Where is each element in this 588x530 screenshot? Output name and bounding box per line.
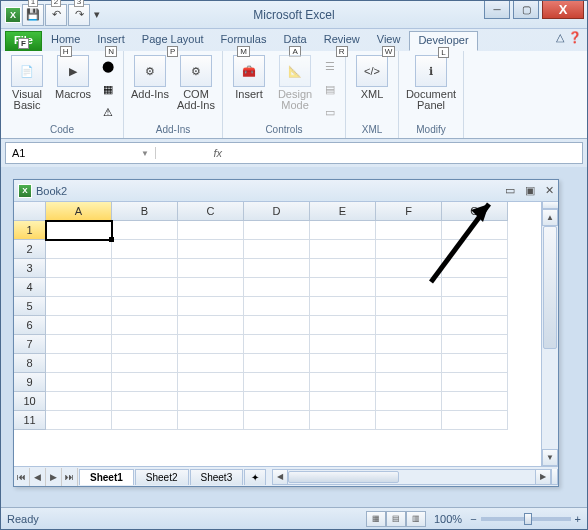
cell[interactable] [310,278,376,297]
cell[interactable] [112,240,178,259]
name-box[interactable]: A1▼ [6,147,156,159]
cell[interactable] [46,354,112,373]
cell[interactable] [442,278,508,297]
qat-redo[interactable]: 3↷ [68,4,90,26]
cell[interactable] [112,221,178,240]
cell[interactable] [442,392,508,411]
tab-data[interactable]: DataA [275,31,314,51]
cell[interactable] [178,354,244,373]
tab-view[interactable]: ViewW [369,31,409,51]
help-icon[interactable]: ❓ [568,31,582,44]
zoom-out-button[interactable]: − [470,513,476,525]
cell[interactable] [244,411,310,430]
scroll-left-icon[interactable]: ◀ [272,469,288,485]
cell-grid[interactable]: ABCDEFG1234567891011 [14,202,541,466]
cell[interactable] [46,259,112,278]
hscroll-track[interactable] [288,469,535,485]
cell[interactable] [46,297,112,316]
cell[interactable] [244,221,310,240]
select-all-corner[interactable] [14,202,46,221]
document-panel-button[interactable]: ℹDocument Panel [403,53,459,111]
cell[interactable] [46,392,112,411]
cell[interactable] [376,373,442,392]
zoom-track[interactable] [481,517,571,521]
relative-ref-icon[interactable]: ▦ [97,78,119,100]
namebox-dropdown-icon[interactable]: ▼ [141,149,149,158]
normal-view-button[interactable]: ▦ [366,511,386,527]
vscroll-thumb[interactable] [543,226,557,349]
ribbon-minimize-icon[interactable]: △ [556,31,564,44]
cell[interactable] [442,316,508,335]
sheet-tab-3[interactable]: Sheet3 [190,469,244,485]
book-minimize-icon[interactable]: ▭ [505,184,515,197]
cell[interactable] [310,297,376,316]
insert-control-button[interactable]: 🧰Insert [227,53,271,100]
first-sheet-button[interactable]: ⏮ [14,468,30,486]
zoom-level[interactable]: 100% [434,513,462,525]
xml-button[interactable]: </>XML [350,53,394,100]
tab-developer[interactable]: DeveloperL [409,31,477,51]
hscroll-thumb[interactable] [288,471,399,483]
cell[interactable] [442,335,508,354]
cell[interactable] [46,240,112,259]
cell[interactable] [442,354,508,373]
addins-button[interactable]: ⚙Add-Ins [128,53,172,100]
cell[interactable] [442,259,508,278]
tab-page-layout[interactable]: Page LayoutP [134,31,212,51]
tab-home[interactable]: HomeH [43,31,88,51]
cell[interactable] [244,354,310,373]
col-header[interactable]: B [112,202,178,221]
cell[interactable] [178,240,244,259]
row-header[interactable]: 10 [14,392,46,411]
cell[interactable] [310,392,376,411]
cell[interactable] [376,278,442,297]
cell[interactable] [376,297,442,316]
cell[interactable] [376,316,442,335]
split-box-top[interactable] [542,202,558,209]
cell[interactable] [376,221,442,240]
visual-basic-button[interactable]: 📄Visual Basic [5,53,49,111]
row-header[interactable]: 2 [14,240,46,259]
scroll-right-icon[interactable]: ▶ [535,469,551,485]
cell[interactable] [310,316,376,335]
split-box-right[interactable] [551,469,558,485]
cell[interactable] [244,297,310,316]
cell[interactable] [376,354,442,373]
last-sheet-button[interactable]: ⏭ [62,468,78,486]
zoom-thumb[interactable] [524,513,532,525]
col-header[interactable]: E [310,202,376,221]
scroll-down-icon[interactable]: ▼ [542,449,558,466]
macros-button[interactable]: ▶Macros [51,53,95,100]
fx-button[interactable]: fx [156,147,226,159]
row-header[interactable]: 7 [14,335,46,354]
zoom-slider[interactable]: − + [470,513,581,525]
cell[interactable] [310,373,376,392]
new-sheet-button[interactable]: ✦ [244,469,266,485]
sheet-tab-2[interactable]: Sheet2 [135,469,189,485]
cell[interactable] [178,316,244,335]
page-break-button[interactable]: ▥ [406,511,426,527]
vertical-scrollbar[interactable]: ▲ ▼ [541,202,558,466]
vscroll-track[interactable] [542,226,558,449]
cell[interactable] [310,240,376,259]
cell[interactable] [178,297,244,316]
cell[interactable] [46,278,112,297]
col-header[interactable]: G [442,202,508,221]
cell[interactable] [112,259,178,278]
cell[interactable] [442,221,508,240]
cell[interactable] [178,259,244,278]
book-maximize-icon[interactable]: ▣ [525,184,535,197]
cell[interactable] [46,373,112,392]
sheet-tab-1[interactable]: Sheet1 [79,469,134,485]
cell[interactable] [244,316,310,335]
cell[interactable] [442,240,508,259]
tab-formulas[interactable]: FormulasM [213,31,275,51]
scroll-up-icon[interactable]: ▲ [542,209,558,226]
row-header[interactable]: 9 [14,373,46,392]
cell[interactable] [244,392,310,411]
book-close-icon[interactable]: ✕ [545,184,554,197]
horizontal-scrollbar[interactable]: ◀ ▶ [272,469,558,485]
cell[interactable] [112,335,178,354]
cell[interactable] [376,411,442,430]
qat-save[interactable]: 1💾 [22,4,44,26]
